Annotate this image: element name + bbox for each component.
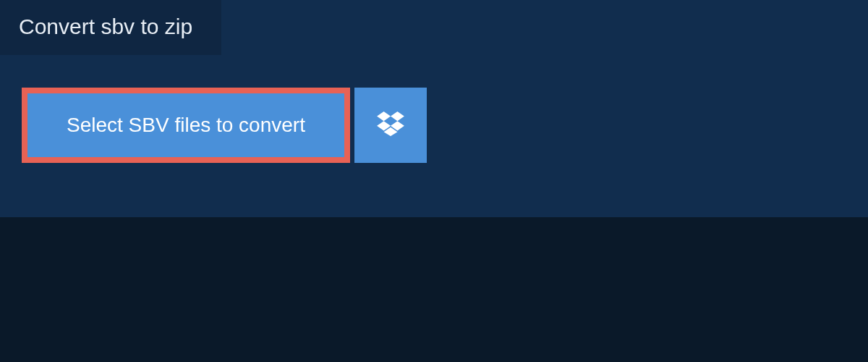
select-files-button[interactable]: Select SBV files to convert [22,88,350,163]
action-button-row: Select SBV files to convert [22,88,868,163]
active-tab[interactable]: Convert sbv to zip [0,0,221,55]
dropbox-button[interactable] [354,88,427,163]
select-files-label: Select SBV files to convert [67,114,305,137]
converter-panel: Convert sbv to zip Select SBV files to c… [0,0,868,217]
dropbox-icon [377,111,404,139]
tab-title: Convert sbv to zip [19,14,192,38]
